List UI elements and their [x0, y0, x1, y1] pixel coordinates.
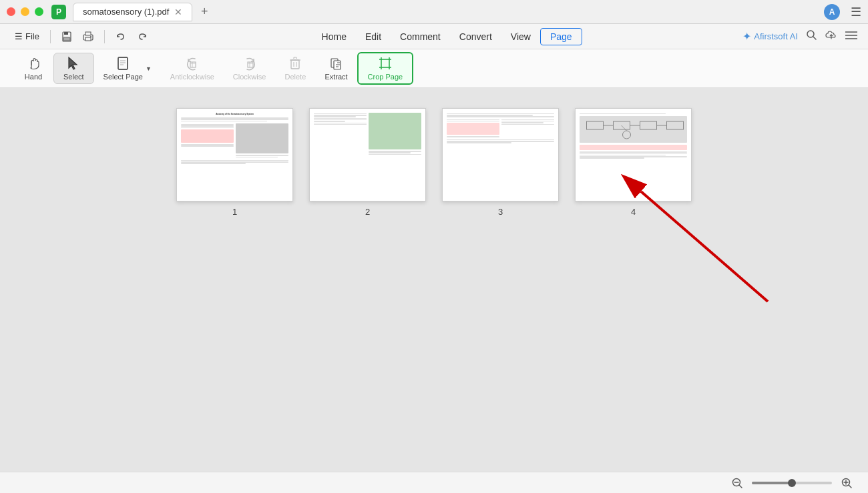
delete-button[interactable]: Delete — [275, 53, 315, 83]
crop-page-button[interactable]: Crop Page — [357, 52, 414, 85]
page-item-4[interactable]: 4 — [575, 108, 692, 217]
tab-title: somatosensory (1).pdf — [83, 7, 169, 17]
svg-rect-6 — [85, 32, 91, 35]
svg-rect-48 — [667, 121, 684, 129]
select-page-button[interactable]: Select Page ▼ — [94, 53, 161, 83]
main-content: Anatomy of the Somatosensory System — [0, 88, 868, 472]
nav-view[interactable]: View — [501, 29, 540, 45]
svg-rect-27 — [291, 60, 299, 69]
menu-icon: ☰ — [15, 31, 23, 41]
page-thumb-1[interactable]: Anatomy of the Somatosensory System — [176, 108, 293, 201]
hamburger-menu-icon[interactable]: ☰ — [851, 5, 861, 19]
active-tab[interactable]: somatosensory (1).pdf ✕ — [73, 3, 192, 21]
nav-edit[interactable]: Edit — [356, 29, 391, 45]
titlebar-right: A ☰ — [824, 4, 861, 20]
file-label: File — [25, 31, 39, 41]
page-number-1: 1 — [232, 207, 237, 217]
nav-convert[interactable]: Convert — [450, 29, 501, 45]
svg-rect-7 — [85, 37, 91, 41]
search-button[interactable] — [806, 29, 817, 44]
minimize-button[interactable] — [21, 7, 29, 16]
svg-rect-21 — [190, 62, 196, 67]
fullscreen-button[interactable] — [35, 7, 43, 16]
delete-label: Delete — [284, 73, 306, 81]
svg-rect-16 — [118, 57, 128, 69]
page-thumb-2[interactable] — [309, 108, 426, 201]
clockwise-label: Clockwise — [233, 73, 266, 81]
undo-button[interactable] — [112, 27, 130, 46]
save-button[interactable] — [57, 27, 76, 46]
page-item-2[interactable]: 2 — [309, 108, 426, 217]
zoom-slider-thumb — [788, 479, 796, 487]
svg-text:P: P — [56, 7, 61, 17]
zoom-slider-fill — [752, 482, 792, 484]
statusbar — [0, 472, 868, 493]
svg-rect-17 — [118, 57, 128, 69]
titlebar: P somatosensory (1).pdf ✕ + A ☰ — [0, 0, 868, 24]
nav-comment[interactable]: Comment — [391, 29, 450, 45]
separator2 — [104, 30, 105, 43]
separator — [50, 30, 51, 43]
menu-center: Home Edit Comment Convert View Page — [154, 28, 740, 45]
anticlockwise-label: Anticlockwise — [170, 73, 214, 81]
hand-tool-button[interactable]: Hand — [13, 53, 53, 83]
menubar: ☰ File — [0, 24, 868, 49]
select-tool-label: Select — [63, 73, 84, 81]
page-number-3: 3 — [498, 207, 503, 217]
nav-page[interactable]: Page — [540, 28, 582, 45]
crop-page-label: Crop Page — [368, 73, 403, 81]
tab-bar: somatosensory (1).pdf ✕ + — [73, 3, 212, 21]
page-item-3[interactable]: 3 — [442, 108, 559, 217]
extract-label: Extract — [324, 73, 347, 81]
svg-rect-47 — [640, 121, 657, 129]
ai-button[interactable]: ✦ Afirstsoft AI — [742, 30, 798, 43]
svg-rect-36 — [381, 59, 389, 67]
page-item-1[interactable]: Anatomy of the Somatosensory System — [176, 108, 293, 217]
svg-point-8 — [90, 36, 91, 37]
page-number-2: 2 — [365, 207, 370, 217]
clockwise-button[interactable]: Clockwise — [224, 53, 276, 83]
traffic-lights — [7, 7, 43, 16]
hand-tool-label: Hand — [25, 73, 42, 81]
svg-line-10 — [813, 37, 816, 39]
file-menu[interactable]: ☰ File — [11, 29, 43, 44]
print-button[interactable] — [79, 27, 97, 46]
toolbar: Hand Select Select Page ▼ — [0, 49, 868, 88]
page-thumb-4[interactable] — [575, 108, 692, 201]
svg-rect-3 — [64, 32, 68, 35]
svg-line-53 — [622, 125, 627, 131]
app-logo: P — [51, 5, 66, 19]
zoom-in-button[interactable] — [839, 475, 855, 491]
menu-left: ☰ File — [11, 27, 152, 46]
extract-button[interactable]: Extract — [315, 53, 357, 83]
nav-home[interactable]: Home — [312, 29, 356, 45]
redo-button[interactable] — [133, 27, 152, 46]
menu-lines-icon[interactable] — [845, 31, 857, 43]
select-page-label: Select Page — [103, 73, 143, 81]
zoom-slider[interactable] — [752, 482, 832, 484]
close-button[interactable] — [7, 7, 15, 16]
tab-close-button[interactable]: ✕ — [174, 7, 182, 17]
cloud-button[interactable] — [825, 29, 837, 43]
select-page-dropdown-icon: ▼ — [146, 65, 152, 72]
anticlockwise-button[interactable]: Anticlockwise — [161, 53, 224, 83]
svg-rect-4 — [63, 37, 70, 41]
avatar[interactable]: A — [824, 4, 840, 20]
ai-label: Afirstsoft AI — [754, 31, 798, 41]
svg-line-57 — [739, 485, 742, 488]
select-tool-button[interactable]: Select — [53, 53, 94, 84]
page-number-4: 4 — [631, 207, 636, 217]
svg-line-60 — [849, 485, 851, 488]
statusbar-right — [729, 475, 855, 491]
ai-star-icon: ✦ — [742, 30, 751, 43]
new-tab-button[interactable]: + — [196, 4, 212, 20]
page-thumb-3[interactable] — [442, 108, 559, 201]
svg-point-52 — [623, 131, 631, 139]
menu-right: ✦ Afirstsoft AI — [742, 29, 857, 44]
zoom-out-button[interactable] — [729, 475, 745, 491]
svg-rect-45 — [587, 121, 604, 129]
svg-rect-24 — [248, 62, 253, 67]
pages-grid: Anatomy of the Somatosensory System — [176, 108, 692, 217]
